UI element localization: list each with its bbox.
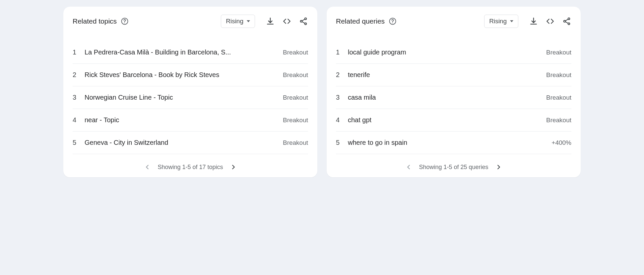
share-icon[interactable]	[299, 17, 308, 26]
topic-label: Rick Steves' Barcelona - Book by Rick St…	[85, 71, 277, 79]
share-icon[interactable]	[562, 17, 571, 26]
pager-next-icon[interactable]	[495, 163, 502, 171]
rank: 5	[73, 139, 79, 146]
download-icon[interactable]	[266, 17, 275, 26]
query-label: tenerife	[348, 71, 540, 79]
topic-label: Norwegian Cruise Line - Topic	[85, 94, 277, 101]
svg-point-1	[124, 23, 125, 23]
rank: 2	[336, 71, 342, 79]
query-label: chat gpt	[348, 116, 540, 124]
related-topics-header: Related topics Rising	[73, 15, 308, 28]
caret-down-icon	[247, 20, 250, 22]
queries-action-icons	[529, 17, 571, 26]
rank: 4	[73, 116, 79, 124]
topic-metric: Breakout	[283, 139, 308, 146]
list-item[interactable]: 1 local guide program Breakout	[336, 41, 571, 64]
related-topics-card: Related topics Rising	[63, 7, 317, 177]
rank: 4	[336, 116, 342, 124]
rank: 1	[336, 48, 342, 56]
query-metric: Breakout	[546, 117, 571, 124]
rank: 3	[336, 94, 342, 101]
pager-prev-icon[interactable]	[144, 163, 151, 171]
queries-sort-label: Rising	[489, 18, 507, 25]
list-item[interactable]: 1 La Pedrera-Casa Milà - Building in Bar…	[73, 41, 308, 64]
rank: 3	[73, 94, 79, 101]
help-icon[interactable]	[389, 17, 397, 25]
list-item[interactable]: 4 chat gpt Breakout	[336, 109, 571, 132]
topics-action-icons	[266, 17, 308, 26]
pager-next-icon[interactable]	[230, 163, 237, 171]
list-item[interactable]: 3 Norwegian Cruise Line - Topic Breakout	[73, 86, 308, 109]
rank: 1	[73, 48, 79, 56]
related-queries-title: Related queries	[336, 17, 385, 25]
download-icon[interactable]	[529, 17, 538, 26]
rank: 5	[336, 139, 342, 146]
topics-list: 1 La Pedrera-Casa Milà - Building in Bar…	[73, 41, 308, 154]
related-queries-card: Related queries Rising	[327, 7, 581, 177]
topic-label: near - Topic	[85, 116, 277, 124]
list-item[interactable]: 5 Geneva - City in Switzerland Breakout	[73, 132, 308, 154]
topic-metric: Breakout	[283, 117, 308, 124]
list-item[interactable]: 3 casa mila Breakout	[336, 86, 571, 109]
topics-sort-label: Rising	[226, 18, 243, 25]
related-topics-title: Related topics	[73, 17, 117, 25]
list-item[interactable]: 2 Rick Steves' Barcelona - Book by Rick …	[73, 64, 308, 86]
query-metric: +400%	[551, 139, 571, 146]
related-queries-header: Related queries Rising	[336, 15, 571, 28]
list-item[interactable]: 5 where to go in spain +400%	[336, 132, 571, 154]
topic-metric: Breakout	[283, 49, 308, 56]
list-item[interactable]: 2 tenerife Breakout	[336, 64, 571, 86]
topic-metric: Breakout	[283, 94, 308, 101]
embed-icon[interactable]	[282, 17, 291, 26]
topic-label: Geneva - City in Switzerland	[85, 139, 277, 146]
topic-metric: Breakout	[283, 71, 308, 79]
pager-text: Showing 1-5 of 17 topics	[158, 164, 223, 171]
query-label: where to go in spain	[348, 139, 546, 146]
help-icon[interactable]	[121, 17, 129, 25]
caret-down-icon	[510, 20, 513, 22]
topic-label: La Pedrera-Casa Milà - Building in Barce…	[85, 48, 277, 56]
embed-icon[interactable]	[546, 17, 555, 26]
queries-list: 1 local guide program Breakout 2 tenerif…	[336, 41, 571, 154]
related-panels-container: Related topics Rising	[63, 7, 581, 177]
queries-sort-selector[interactable]: Rising	[484, 15, 518, 28]
query-label: local guide program	[348, 48, 540, 56]
list-item[interactable]: 4 near - Topic Breakout	[73, 109, 308, 132]
pager-prev-icon[interactable]	[405, 163, 412, 171]
pager-text: Showing 1-5 of 25 queries	[419, 164, 488, 171]
queries-pager: Showing 1-5 of 25 queries	[336, 163, 571, 171]
query-metric: Breakout	[546, 71, 571, 79]
svg-point-6	[392, 23, 393, 23]
query-label: casa mila	[348, 94, 540, 101]
topics-sort-selector[interactable]: Rising	[221, 15, 255, 28]
topics-pager: Showing 1-5 of 17 topics	[73, 163, 308, 171]
query-metric: Breakout	[546, 94, 571, 101]
query-metric: Breakout	[546, 49, 571, 56]
rank: 2	[73, 71, 79, 79]
